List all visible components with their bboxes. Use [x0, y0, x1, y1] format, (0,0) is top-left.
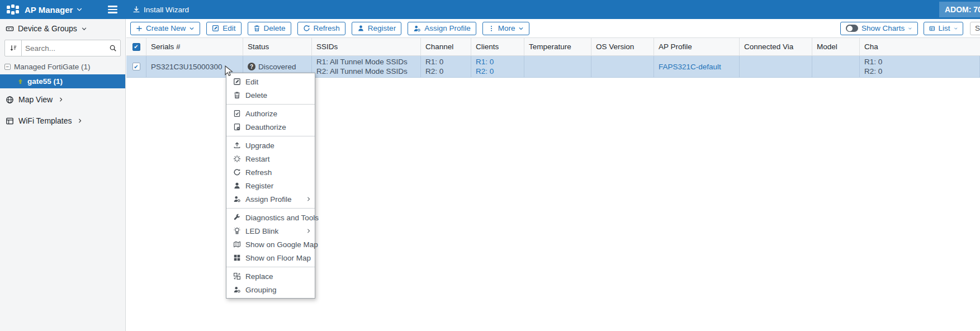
clients-link[interactable]: R2: 0 — [476, 67, 519, 76]
menu-item-authorize[interactable]: Authorize — [226, 107, 315, 120]
column-header-ssids[interactable]: SSIDs — [312, 38, 421, 55]
chevron-down-icon — [76, 6, 83, 13]
sort-icon — [10, 44, 17, 52]
chevron-down-icon — [908, 26, 912, 31]
menu-item-replace[interactable]: Replace — [226, 269, 315, 283]
menu-item-upgrade[interactable]: Upgrade — [226, 139, 315, 152]
search-icon — [109, 44, 117, 52]
sort-button[interactable] — [5, 40, 22, 56]
cell-temperature — [524, 56, 591, 77]
replace-icon — [233, 272, 241, 280]
menu-separator — [226, 136, 315, 136]
globe-icon — [6, 96, 14, 104]
edit-button[interactable]: Edit — [206, 22, 241, 35]
map-icon — [233, 240, 241, 248]
cell-ap-profile: FAPS321C-default — [654, 56, 740, 77]
assign-profile-icon — [413, 25, 421, 32]
sidebar-section-device-groups[interactable]: Device & Groups — [0, 21, 125, 36]
fortigate-up-arrow-icon — [17, 78, 24, 85]
menu-item-show-on-google-map[interactable]: Show on Google Map — [226, 238, 315, 251]
search-button[interactable] — [106, 40, 120, 56]
install-wizard-button[interactable]: Install Wizard — [132, 0, 189, 19]
column-header-model[interactable]: Model — [812, 38, 860, 55]
show-charts-toggle-button[interactable]: Show Charts — [840, 22, 918, 35]
refresh-icon — [233, 168, 241, 176]
chevron-down-icon — [81, 26, 87, 32]
upgrade-upload-icon — [233, 141, 241, 149]
trash-icon — [233, 91, 241, 99]
download-icon — [132, 6, 140, 13]
sidebar-item-map-view[interactable]: Map View — [0, 93, 125, 106]
app-title: AP Manager — [25, 5, 73, 15]
edit-icon — [212, 25, 219, 32]
toolbar: Create New Edit Delete Refresh Register … — [126, 19, 980, 37]
create-new-button[interactable]: Create New — [130, 22, 200, 35]
section-label: Device & Groups — [18, 24, 77, 33]
menu-separator — [226, 267, 315, 267]
menu-item-assign-profile[interactable]: Assign Profile — [226, 192, 315, 206]
led-blink-icon — [233, 227, 241, 235]
row-checkbox-cell — [126, 56, 146, 77]
context-menu: Edit Delete Authorize Deauthorize Upgrad… — [226, 73, 315, 299]
menu-item-diagnostics-and-tools[interactable]: Diagnostics and Tools — [226, 211, 315, 224]
column-header-channel[interactable]: Channel — [421, 38, 471, 55]
sidebar-item-wifi-templates[interactable]: WiFi Templates — [0, 114, 125, 127]
sidebar: Device & Groups − Managed FortiGate (1) … — [0, 19, 126, 331]
menu-item-delete[interactable]: Delete — [226, 88, 315, 102]
assign-profile-icon — [233, 195, 241, 203]
column-header-cha[interactable]: Cha — [860, 38, 980, 55]
menu-separator — [226, 208, 315, 209]
template-icon — [6, 117, 14, 125]
question-circle-icon: ? — [248, 63, 255, 70]
column-header-ap-profile[interactable]: AP Profile — [654, 38, 740, 55]
list-view-button[interactable]: List — [924, 22, 963, 35]
tree-node-managed-fortigate[interactable]: − Managed FortiGate (1) — [0, 62, 125, 72]
refresh-button[interactable]: Refresh — [297, 22, 345, 35]
menu-item-register[interactable]: Register — [226, 179, 315, 192]
search-input[interactable] — [22, 40, 106, 56]
menu-item-led-blink[interactable]: LED Blink — [226, 224, 315, 238]
menu-item-deauthorize[interactable]: Deauthorize — [226, 120, 315, 134]
column-header-clients[interactable]: Clients — [471, 38, 524, 55]
menu-item-restart[interactable]: Restart — [226, 152, 315, 166]
sidebar-collapse-toggle[interactable] — [108, 0, 117, 19]
install-wizard-label: Install Wizard — [144, 6, 189, 14]
column-header-os-version[interactable]: OS Version — [591, 38, 654, 55]
selected-device-label: gate55 (1) — [27, 77, 63, 86]
select-all-checkbox[interactable] — [132, 43, 140, 51]
more-button[interactable]: More — [482, 22, 530, 35]
ap-profile-link[interactable]: FAPS321C-default — [659, 62, 735, 72]
column-header-connected-via[interactable]: Connected Via — [740, 38, 812, 55]
cell-ssids: R1: All Tunnel Mode SSIDs R2: All Tunnel… — [312, 56, 421, 77]
menu-item-grouping[interactable]: Grouping — [226, 283, 315, 296]
column-header-serials[interactable]: Serials # — [146, 38, 243, 55]
assign-profile-button[interactable]: Assign Profile — [408, 22, 476, 35]
submenu-chevron-right-icon — [306, 196, 311, 202]
collapse-minus-icon[interactable]: − — [4, 64, 11, 70]
register-person-icon — [357, 25, 364, 32]
floor-map-icon — [233, 254, 241, 262]
table-search-input[interactable]: Se — [970, 22, 980, 35]
tree-node-gate55-selected[interactable]: gate55 (1) — [0, 74, 125, 88]
wifi-templates-label: WiFi Templates — [18, 116, 72, 125]
app-title-dropdown[interactable]: AP Manager — [25, 5, 83, 15]
cell-model — [812, 56, 860, 77]
menu-item-edit[interactable]: Edit — [226, 75, 315, 88]
tree-root-label: Managed FortiGate (1) — [14, 63, 91, 71]
authorize-doc-check-icon — [233, 110, 241, 117]
deauthorize-doc-x-icon — [233, 123, 241, 131]
chevron-down-icon — [518, 26, 524, 31]
cell-channel: R1: 0 R2: 0 — [421, 56, 471, 77]
restart-spinner-icon — [233, 155, 241, 163]
clients-link[interactable]: R1: 0 — [476, 57, 519, 67]
row-checkbox[interactable] — [132, 63, 140, 70]
register-button[interactable]: Register — [352, 22, 401, 35]
column-header-status[interactable]: Status — [243, 38, 312, 55]
menu-item-show-on-floor-map[interactable]: Show on Floor Map — [226, 251, 315, 264]
cell-cha: R1: 0 R2: 0 — [860, 56, 980, 77]
column-header-temperature[interactable]: Temperature — [524, 38, 591, 55]
adom-badge[interactable]: ADOM: 70 — [939, 2, 980, 17]
chevron-down-icon — [954, 26, 958, 31]
menu-item-refresh[interactable]: Refresh — [226, 166, 315, 179]
delete-button[interactable]: Delete — [248, 22, 291, 35]
